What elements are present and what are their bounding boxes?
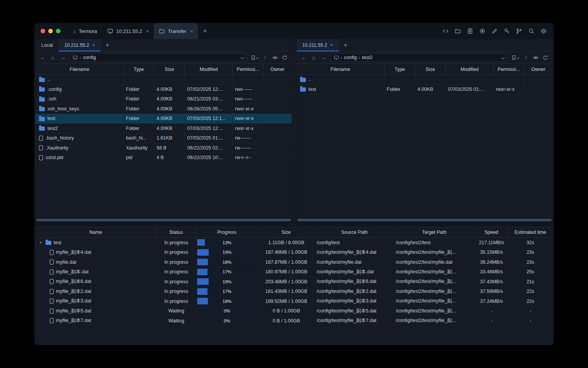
column-header-status[interactable]: Status <box>156 227 196 237</box>
back-icon[interactable]: ← <box>38 53 47 62</box>
scrollbar-thumb[interactable] <box>36 219 291 221</box>
column-header-owner[interactable]: Owner <box>263 64 292 74</box>
pane-splitter[interactable]: ⋮ <box>292 39 297 222</box>
progress-cell: 17% <box>196 287 258 297</box>
branch-icon[interactable] <box>516 28 522 34</box>
table-row[interactable]: test Folder 4.00KB 07/03/2025 12:1... rw… <box>36 114 292 124</box>
upload-icon[interactable]: ↑ <box>261 53 270 62</box>
tab-remote-host[interactable]: 10.211.55.2 × <box>59 39 101 51</box>
add-pane-tab-button[interactable]: + <box>101 39 114 51</box>
transfer-row[interactable]: myfile.dat In progress 18% 187.87MB / 1.… <box>36 257 552 267</box>
zoom-window-button[interactable] <box>56 29 60 33</box>
file-type-icon <box>300 87 306 92</box>
tab-termora[interactable]: ⌂ Termora <box>68 23 102 39</box>
folder-icon[interactable] <box>454 28 461 34</box>
filename-cell: .bash_history <box>36 133 124 143</box>
key-icon[interactable] <box>503 28 510 34</box>
forward-icon[interactable]: → <box>58 53 67 62</box>
transfer-splitter[interactable]: ··· <box>34 222 554 227</box>
column-header-size[interactable]: Size <box>154 64 185 74</box>
transfer-name-cell: myfile_副本.dat <box>36 267 156 277</box>
transfer-row[interactable]: myfile_副本4.dat In progress 19% 197.48MB … <box>36 248 552 258</box>
tab-remote-host[interactable]: 10.211.55.2 × <box>297 39 339 51</box>
bookmark-icon[interactable] <box>510 53 521 62</box>
breadcrumb-segment[interactable]: config <box>344 55 357 60</box>
close-tab-icon[interactable]: × <box>190 29 193 34</box>
column-header-speed[interactable]: Speed <box>475 227 508 237</box>
edit-icon[interactable] <box>491 28 498 34</box>
search-icon[interactable] <box>528 28 534 34</box>
code-icon[interactable] <box>442 28 449 34</box>
forward-icon[interactable]: → <box>319 53 328 62</box>
column-header-target-path[interactable]: Target Path <box>394 227 475 237</box>
column-header-name[interactable]: Name <box>36 227 156 237</box>
table-row[interactable]: ssh_host_keys Folder 4.00KB 06/26/2025 0… <box>36 104 292 114</box>
table-row[interactable]: .bash_history bash_hi... 1.61KB 07/03/20… <box>36 133 292 143</box>
column-header-permissions[interactable]: Permissi... <box>233 64 263 74</box>
back-icon[interactable]: ← <box>299 53 309 62</box>
chevron-down-icon[interactable] <box>240 55 244 59</box>
permissions-cell: rwx------ <box>233 85 263 95</box>
home-icon[interactable]: ⌂ <box>48 53 57 62</box>
chevron-down-icon[interactable] <box>501 55 505 59</box>
column-header-owner[interactable]: Owner <box>524 64 553 74</box>
column-header-size[interactable]: Size <box>258 227 315 237</box>
transfer-row[interactable]: myfile_副本6.dat In progress 19% 203.48MB … <box>36 277 552 287</box>
tab-local[interactable]: Local <box>36 39 59 51</box>
transfer-row[interactable]: myfile_副本5.dat Waiting 0% 0 B / 1.00GB /… <box>36 306 552 316</box>
column-header-type[interactable]: Type <box>124 64 154 74</box>
column-header-modified[interactable]: Modified <box>446 64 494 74</box>
source-path-cell: /config/test/myfile_副本5.dat <box>315 306 394 316</box>
close-tab-icon[interactable]: × <box>92 43 95 48</box>
permissions-cell: rw-r--r-- <box>233 153 263 163</box>
table-row[interactable]: .ssh Folder 4.00KB 06/21/2025 03:... rwx… <box>36 94 292 104</box>
column-header-source-path[interactable]: Source Path <box>315 227 394 237</box>
new-tab-button[interactable]: + <box>198 23 212 39</box>
breadcrumb-segment[interactable]: config <box>83 55 96 60</box>
tab-transfer[interactable]: Transfer × <box>154 23 198 39</box>
refresh-icon[interactable] <box>280 53 289 62</box>
log-icon[interactable] <box>467 28 473 34</box>
close-tab-icon[interactable]: × <box>146 29 149 34</box>
column-header-filename[interactable]: Filename <box>36 64 124 74</box>
path-breadcrumb[interactable]: › config <box>70 53 247 62</box>
close-tab-icon[interactable]: × <box>330 43 333 48</box>
status-cell: In progress <box>156 267 196 277</box>
path-breadcrumb[interactable]: › config › test2 <box>331 53 508 62</box>
tab-host[interactable]: 10.211.55.2 × <box>102 23 154 39</box>
bookmark-icon[interactable] <box>249 53 260 62</box>
column-header-estimated-time[interactable]: Estimated time <box>508 227 552 237</box>
close-window-button[interactable] <box>41 29 45 33</box>
table-row[interactable]: .Xauthority Xauthority 58 B 06/22/2025 0… <box>36 143 292 153</box>
upload-icon[interactable]: ↑ <box>521 53 531 62</box>
transfer-row[interactable]: myfile_副本.dat In progress 17% 180.97MB /… <box>36 267 552 277</box>
column-header-progress[interactable]: Progress <box>196 227 258 237</box>
show-hidden-eye-icon[interactable] <box>271 53 279 62</box>
column-header-filename[interactable]: Filename <box>297 64 385 74</box>
record-icon[interactable] <box>479 28 485 34</box>
table-row[interactable]: .. <box>297 75 553 85</box>
add-pane-tab-button[interactable]: + <box>339 39 352 51</box>
table-row[interactable]: test Folder 4.00KB 07/03/2025 01:... rwx… <box>297 85 553 95</box>
refresh-icon[interactable] <box>541 53 550 62</box>
table-row[interactable]: test2 Folder 4.00KB 07/03/2025 12:... rw… <box>36 124 292 134</box>
column-header-permissions[interactable]: Permissi... <box>494 64 524 74</box>
table-row[interactable]: .config Folder 4.00KB 07/02/2025 12:... … <box>36 85 292 95</box>
right-table-header: Filename Type Size Modified Permissi... … <box>297 64 553 75</box>
column-header-size[interactable]: Size <box>415 64 446 74</box>
column-header-modified[interactable]: Modified <box>185 64 233 74</box>
scrollbar-thumb[interactable] <box>297 219 552 221</box>
table-row[interactable]: sshd.pid pid 4 B 06/22/2025 10:... rw-r-… <box>36 153 292 163</box>
transfer-row[interactable]: myfile_副本2.dat In progress 17% 181.43MB … <box>36 287 552 297</box>
column-header-type[interactable]: Type <box>385 64 415 74</box>
breadcrumb-segment[interactable]: test2 <box>362 55 372 60</box>
home-icon[interactable]: ⌂ <box>309 53 318 62</box>
show-hidden-eye-icon[interactable] <box>531 53 540 62</box>
transfer-row[interactable]: myfile_副本7.dat Waiting 0% 0 B / 1.00GB /… <box>36 316 552 326</box>
expander-chevron-icon[interactable]: ▾ <box>38 240 43 245</box>
settings-icon[interactable] <box>540 28 547 34</box>
transfer-row[interactable]: ▾ test In progress 13% 1.11GB / 8.00GB /… <box>36 238 552 248</box>
minimize-window-button[interactable] <box>48 29 53 33</box>
table-row[interactable]: .. <box>36 75 292 85</box>
transfer-row[interactable]: myfile_副本3.dat In progress 18% 189.52MB … <box>36 296 552 306</box>
